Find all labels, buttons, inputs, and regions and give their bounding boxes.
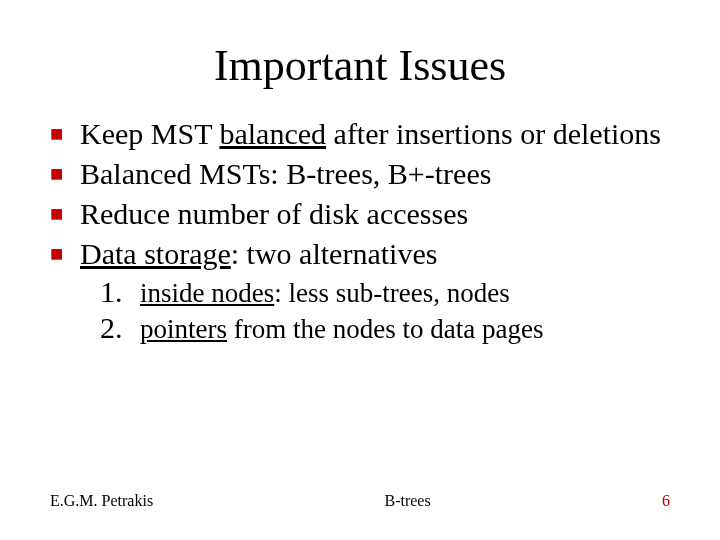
footer-author: E.G.M. Petrakis — [50, 492, 153, 510]
bullet-text: Data storage: two alternatives — [80, 235, 437, 273]
text-fragment: after insertions or deletions — [326, 117, 661, 150]
text-fragment: Keep MST — [80, 117, 219, 150]
slide-title: Important Issues — [40, 40, 680, 91]
bullet-list: ■ Keep MST balanced after insertions or … — [40, 115, 680, 492]
slide-footer: E.G.M. Petrakis B-trees 6 — [40, 492, 680, 520]
bullet-item-3: ■ Reduce number of disk accesses — [50, 195, 680, 233]
square-bullet-icon: ■ — [50, 195, 80, 233]
square-bullet-icon: ■ — [50, 115, 80, 153]
sublist-item-1: 1. inside nodes: less sub-trees, nodes — [100, 275, 680, 311]
bullet-text: Keep MST balanced after insertions or de… — [80, 115, 661, 153]
bullet-item-2: ■ Balanced MSTs: B-trees, B+-trees — [50, 155, 680, 193]
text-fragment: from the nodes to data pages — [227, 314, 543, 344]
underlined-text: inside nodes — [140, 278, 274, 308]
sublist-item-2: 2. pointers from the nodes to data pages — [100, 311, 680, 347]
text-fragment: : less sub-trees, nodes — [274, 278, 509, 308]
bullet-text: Reduce number of disk accesses — [80, 195, 468, 233]
slide: Important Issues ■ Keep MST balanced aft… — [0, 0, 720, 540]
bullet-item-1: ■ Keep MST balanced after insertions or … — [50, 115, 680, 153]
bullet-text: Balanced MSTs: B-trees, B+-trees — [80, 155, 491, 193]
text-fragment: : two alternatives — [231, 237, 438, 270]
underlined-text: Data storage — [80, 237, 231, 270]
footer-topic: B-trees — [153, 492, 662, 510]
square-bullet-icon: ■ — [50, 155, 80, 193]
sublist-text: pointers from the nodes to data pages — [140, 311, 543, 347]
sublist-text: inside nodes: less sub-trees, nodes — [140, 275, 510, 311]
sublist-number: 1. — [100, 275, 140, 309]
square-bullet-icon: ■ — [50, 235, 80, 273]
numbered-sublist: 1. inside nodes: less sub-trees, nodes 2… — [50, 275, 680, 347]
footer-page-number: 6 — [662, 492, 670, 510]
underlined-text: balanced — [219, 117, 326, 150]
sublist-number: 2. — [100, 311, 140, 345]
underlined-text: pointers — [140, 314, 227, 344]
bullet-item-4: ■ Data storage: two alternatives — [50, 235, 680, 273]
